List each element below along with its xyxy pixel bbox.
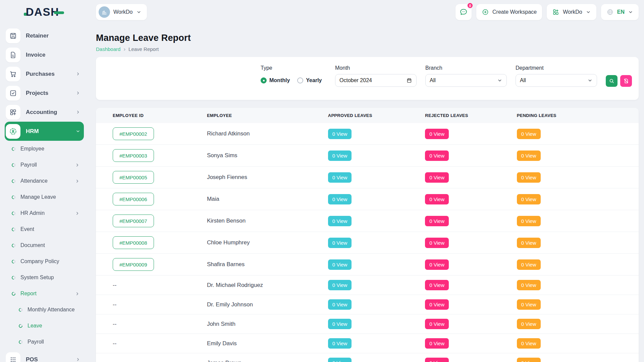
employee-id-empty: -- [113,321,116,327]
sidebar-item-system-setup[interactable]: System Setup [5,269,84,286]
sidebar-item-label: POS [26,356,38,362]
approved-leaves-view-badge[interactable]: 0 View [328,194,352,204]
radio-monthly[interactable]: Monthly [261,77,290,83]
sidebar-item-hrm[interactable]: HRM [5,122,84,141]
branch-select[interactable]: All [425,74,507,87]
workspace-selector[interactable]: WorkDo [96,4,147,20]
language-selector[interactable]: EN [601,4,639,20]
pending-leaves-view-badge[interactable]: 0 View [517,172,541,183]
employee-id-button[interactable]: #EMP00005 [113,171,154,184]
col-employee: EMPLOYEE [207,108,328,123]
approved-leaves-view-badge[interactable]: 0 View [328,338,352,349]
rejected-leaves-view-badge[interactable]: 0 View [425,299,449,310]
employee-id-button[interactable]: #EMP00003 [113,149,154,162]
pending-leaves-view-badge[interactable]: 0 View [517,358,541,362]
pending-leaves-view-badge[interactable]: 0 View [517,338,541,349]
approved-leaves-view-badge[interactable]: 0 View [328,216,352,226]
radio-monthly-label: Monthly [269,77,290,83]
pending-leaves-view-badge[interactable]: 0 View [517,280,541,290]
leave-report-table-card: EMPLOYEE ID EMPLOYEE APPROVED LEAVES REJ… [96,108,639,362]
approved-leaves-view-badge[interactable]: 0 View [328,172,352,183]
sidebar-item-manage-leave[interactable]: Manage Leave [5,189,84,205]
radio-yearly-label: Yearly [306,77,322,83]
pending-leaves-view-badge[interactable]: 0 View [517,129,541,139]
approved-leaves-view-badge[interactable]: 0 View [328,150,352,161]
month-input[interactable]: October 2024 [335,74,417,87]
employee-id-button[interactable]: #EMP00006 [113,193,154,205]
reset-button[interactable] [620,75,632,87]
rejected-leaves-view-badge[interactable]: 0 View [425,150,449,161]
messages-button[interactable]: 0 [455,4,472,20]
chevron-right-icon [75,90,80,96]
sidebar-item-pos[interactable]: POS [5,350,84,362]
sidebar-item-retainer[interactable]: Retainer [5,26,84,45]
rejected-leaves-view-badge[interactable]: 0 View [425,280,449,290]
search-button[interactable] [606,75,618,87]
sidebar-item-label: Invoice [26,52,46,58]
sidebar-item-payroll[interactable]: Payroll [5,334,84,350]
department-select[interactable]: All [516,74,597,87]
table-row: #EMP00006Maia0 View0 View0 View [96,188,639,210]
sidebar-item-payroll[interactable]: Payroll [5,157,84,173]
sidebar-item-event[interactable]: Event [5,221,84,237]
workspace-name: WorkDo [113,9,133,15]
bullet-icon [11,243,16,248]
approved-leaves-view-badge[interactable]: 0 View [328,259,352,270]
rejected-leaves-view-badge[interactable]: 0 View [425,358,449,362]
sidebar-item-label: Projects [26,90,48,97]
pending-leaves-view-badge[interactable]: 0 View [517,150,541,161]
employee-id-button[interactable]: #EMP00009 [113,258,154,271]
chevron-right-icon [75,179,80,184]
radio-monthly-control [261,77,267,83]
type-filter: Type Monthly Yearly [261,65,326,87]
sidebar-item-label: Document [20,242,45,248]
rejected-leaves-view-badge[interactable]: 0 View [425,338,449,349]
employee-id-button[interactable]: #EMP00002 [113,127,154,140]
employee-id-button[interactable]: #EMP00007 [113,215,154,227]
col-approved-leaves: APPROVED LEAVES [328,108,425,123]
department-label: Department [516,65,597,71]
sidebar-item-monthly-attendance[interactable]: Monthly Attendance [5,302,84,318]
approved-leaves-view-badge[interactable]: 0 View [328,358,352,362]
pending-leaves-view-badge[interactable]: 0 View [517,216,541,226]
rejected-leaves-view-badge[interactable]: 0 View [425,216,449,226]
employee-id-empty: -- [113,360,116,362]
chevron-right-icon [75,71,80,76]
rejected-leaves-view-badge[interactable]: 0 View [425,259,449,270]
approved-leaves-view-badge[interactable]: 0 View [328,280,352,290]
pending-leaves-view-badge[interactable]: 0 View [517,259,541,270]
approved-leaves-view-badge[interactable]: 0 View [328,319,352,329]
pending-leaves-view-badge[interactable]: 0 View [517,194,541,204]
check-square-icon [6,86,20,101]
sidebar-item-invoice[interactable]: Invoice [5,45,84,64]
employee-name: Dr. Emily Johnson [207,301,253,308]
sidebar-item-projects[interactable]: Projects [5,83,84,103]
sidebar-item-hr-admin[interactable]: HR Admin [5,205,84,221]
rejected-leaves-view-badge[interactable]: 0 View [425,194,449,204]
rejected-leaves-view-badge[interactable]: 0 View [425,238,449,248]
employee-id-button[interactable]: #EMP00008 [113,236,154,249]
sidebar-item-employee[interactable]: Employee [5,141,84,157]
approved-leaves-view-badge[interactable]: 0 View [328,129,352,139]
sidebar-item-purchases[interactable]: Purchases [5,64,84,83]
pending-leaves-view-badge[interactable]: 0 View [517,319,541,329]
app-selector[interactable]: WorkDo [547,4,596,20]
sidebar-item-company-policy[interactable]: Company Policy [5,253,84,269]
pending-leaves-view-badge[interactable]: 0 View [517,299,541,310]
rejected-leaves-view-badge[interactable]: 0 View [425,129,449,139]
brand-logo[interactable]: DASH [24,6,64,18]
radio-yearly[interactable]: Yearly [297,77,322,83]
approved-leaves-view-badge[interactable]: 0 View [328,299,352,310]
sidebar-item-leave[interactable]: Leave [5,318,84,334]
sidebar-item-report[interactable]: Report [5,286,84,302]
sidebar-item-attendance[interactable]: Attendance [5,173,84,189]
breadcrumb-dashboard-link[interactable]: Dashboard [96,46,120,52]
create-workspace-button[interactable]: Create Workspace [476,4,542,20]
sidebar-item-document[interactable]: Document [5,237,84,253]
rejected-leaves-view-badge[interactable]: 0 View [425,319,449,329]
rejected-leaves-view-badge[interactable]: 0 View [425,172,449,183]
pending-leaves-view-badge[interactable]: 0 View [517,238,541,248]
sidebar-item-accounting[interactable]: Accounting [5,103,84,122]
chevron-down-icon [628,9,633,15]
approved-leaves-view-badge[interactable]: 0 View [328,238,352,248]
